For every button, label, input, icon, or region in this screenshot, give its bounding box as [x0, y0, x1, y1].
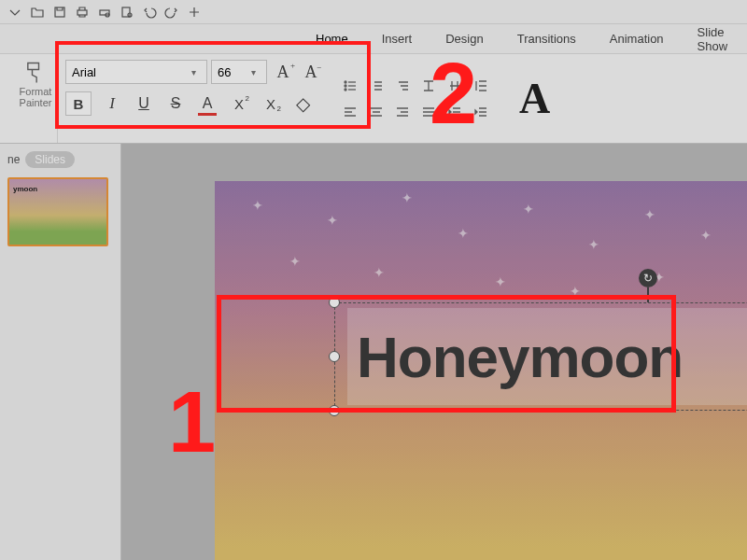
- bullets-icon[interactable]: [340, 76, 360, 96]
- save-icon[interactable]: [50, 3, 69, 21]
- print-preview-icon[interactable]: [95, 3, 114, 21]
- dropdown-icon[interactable]: [6, 3, 24, 21]
- ribbon: Format Painter Arial ▾ 66 ▾ A A B I U S …: [0, 54, 747, 144]
- outline-tab[interactable]: ne: [7, 153, 20, 166]
- print-icon[interactable]: [73, 3, 92, 21]
- ribbon-tabs: Home Insert Design Transitions Animation…: [0, 24, 747, 54]
- qat-more-icon[interactable]: [185, 3, 204, 21]
- strikethrough-button[interactable]: S: [164, 92, 187, 115]
- numbering-icon[interactable]: [366, 76, 387, 96]
- tab-insert[interactable]: Insert: [365, 26, 430, 51]
- align-right-icon[interactable]: [392, 102, 413, 122]
- svg-rect-1: [78, 10, 87, 15]
- selected-textbox[interactable]: ↻ Honeymoon: [334, 302, 747, 411]
- thumb-title: ymoon: [13, 185, 37, 193]
- font-size-value: 66: [218, 65, 231, 79]
- font-family-select[interactable]: Arial ▾: [65, 60, 207, 84]
- decrease-font-button[interactable]: A: [299, 61, 323, 83]
- annotation-number-1: 1: [168, 373, 216, 471]
- quick-access-toolbar: [0, 0, 747, 24]
- resize-handle[interactable]: [329, 297, 340, 308]
- format-painter-icon[interactable]: [22, 60, 49, 86]
- rotate-handle[interactable]: ↻: [639, 269, 657, 287]
- svg-point-6: [345, 81, 346, 83]
- slide-thumbnail-1[interactable]: ymoon: [7, 177, 108, 246]
- tab-transitions[interactable]: Transitions: [500, 26, 593, 51]
- increase-font-button[interactable]: A: [271, 61, 295, 83]
- open-icon[interactable]: [28, 3, 47, 21]
- textbox-content[interactable]: Honeymoon: [347, 308, 747, 405]
- clipboard-group: Format Painter: [0, 54, 58, 143]
- bold-button[interactable]: B: [65, 91, 92, 116]
- chevron-down-icon: ▾: [191, 67, 201, 77]
- slides-tab[interactable]: Slides: [25, 151, 75, 168]
- resize-handle[interactable]: [329, 405, 340, 416]
- annotation-number-2: 2: [430, 45, 477, 143]
- format-painter-label: Format Painter: [9, 86, 62, 108]
- slide-canvas[interactable]: ✦ ✦ ✦ ✦ ✦ ✦ ✦ ✦ ✦ ✦ ✦ ✦ ✦ ↻ Honeymoon: [121, 144, 747, 560]
- superscript-button[interactable]: X2: [228, 92, 250, 115]
- slide-title-text[interactable]: Honeymoon: [357, 324, 683, 390]
- font-size-select[interactable]: 66 ▾: [211, 60, 267, 84]
- font-group: Arial ▾ 66 ▾ A A B I U S A X2 X2 ◇: [58, 54, 331, 143]
- font-family-value: Arial: [72, 65, 96, 79]
- svg-rect-4: [122, 7, 130, 17]
- svg-point-8: [345, 89, 346, 91]
- slide-panel: ne Slides ymoon: [0, 144, 121, 560]
- align-center-icon[interactable]: [366, 102, 387, 122]
- text-styles-button[interactable]: A: [500, 54, 569, 143]
- slide: ✦ ✦ ✦ ✦ ✦ ✦ ✦ ✦ ✦ ✦ ✦ ✦ ✦ ↻ Honeymoon: [215, 181, 747, 560]
- font-color-button[interactable]: A: [196, 92, 218, 115]
- italic-button[interactable]: I: [101, 92, 123, 115]
- subscript-button[interactable]: X2: [260, 92, 282, 115]
- align-left-icon[interactable]: [340, 102, 360, 122]
- multilevel-icon[interactable]: [392, 76, 413, 96]
- tab-slideshow[interactable]: Slide Show: [681, 20, 747, 59]
- resize-handle[interactable]: [329, 351, 340, 362]
- underline-button[interactable]: U: [133, 92, 155, 115]
- chevron-down-icon: ▾: [251, 67, 261, 77]
- export-icon[interactable]: [118, 3, 136, 21]
- svg-point-7: [345, 85, 346, 87]
- undo-icon[interactable]: [140, 3, 159, 21]
- redo-icon[interactable]: [162, 3, 181, 21]
- clear-formatting-button[interactable]: ◇: [291, 92, 314, 115]
- tab-animation[interactable]: Animation: [593, 26, 681, 51]
- tab-home[interactable]: Home: [299, 26, 365, 51]
- workspace: ne Slides ymoon ✦ ✦ ✦ ✦ ✦ ✦ ✦ ✦ ✦ ✦ ✦ ✦ …: [0, 144, 747, 560]
